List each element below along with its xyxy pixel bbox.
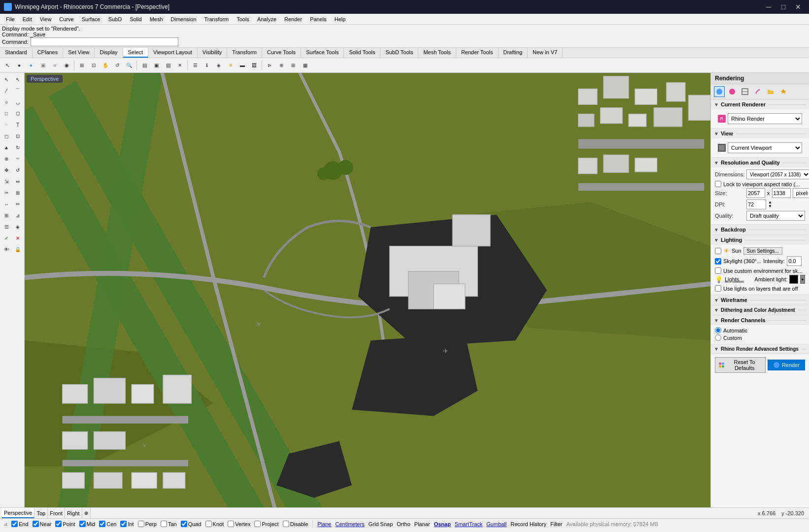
tool-select-mesh[interactable]: ▦ <box>300 60 310 71</box>
tool-layer[interactable]: ☰ <box>190 60 201 71</box>
tool-rotate[interactable]: ↺ <box>112 60 123 71</box>
lt-text[interactable]: T <box>12 119 23 130</box>
viewport-tab-right[interactable]: Right <box>65 508 82 518</box>
menu-mesh[interactable]: Mesh <box>146 15 167 23</box>
lt-polygon[interactable]: ⬡ <box>12 108 23 119</box>
menu-curve[interactable]: Curve <box>55 15 77 23</box>
ambient-color-swatch[interactable] <box>789 275 798 284</box>
maximize-button[interactable]: □ <box>776 0 790 14</box>
lt-fillet[interactable]: ⌔ <box>12 153 23 164</box>
tool-cursor[interactable]: ↖ <box>2 60 13 71</box>
section-header-render-channels[interactable]: ▼ Render Channels <box>711 315 809 325</box>
lt-layer2[interactable]: ☰ <box>1 221 12 232</box>
tab-render-tools[interactable]: Render Tools <box>456 48 499 58</box>
menu-solid[interactable]: Solid <box>126 15 145 23</box>
status-gumball[interactable]: Gumball <box>485 521 508 527</box>
lt-circle[interactable]: ○ <box>1 97 12 107</box>
viewport-tab-front[interactable]: Front <box>48 508 65 518</box>
tool-ambient-occ[interactable]: ◉ <box>61 60 72 71</box>
status-planar[interactable]: Planar <box>413 521 432 527</box>
add-viewport-button[interactable]: ⊕ <box>82 508 91 518</box>
view-select[interactable]: Current Viewport <box>728 142 802 153</box>
lt-line[interactable]: ∕ <box>1 85 12 96</box>
menu-surface[interactable]: Surface <box>78 15 104 23</box>
menu-analyze[interactable]: Analyze <box>253 15 280 23</box>
menu-edit[interactable]: Edit <box>19 15 36 23</box>
tool-ground-plane[interactable]: ▬ <box>237 60 248 71</box>
ambient-dropdown[interactable]: ▼ <box>800 275 805 284</box>
tool-select-crossing[interactable]: ▧ <box>163 60 173 71</box>
snap-disable[interactable]: Disable <box>281 521 310 527</box>
lt-extrude[interactable]: ▲ <box>1 142 12 153</box>
dpi-input[interactable] <box>746 200 766 209</box>
viewport-perspective-btn[interactable]: Perspective <box>27 75 63 83</box>
lt-surface[interactable]: ◻ <box>1 131 12 141</box>
render-button[interactable]: Render <box>768 360 805 370</box>
tab-set-view[interactable]: Set View <box>63 48 95 58</box>
tab-visibility[interactable]: Visibility <box>198 48 228 58</box>
command-input[interactable] <box>31 37 178 46</box>
menu-tools[interactable]: Tools <box>233 15 253 23</box>
tool-select-all[interactable]: ▤ <box>139 60 150 71</box>
size-unit-select[interactable]: pixels <box>793 188 809 198</box>
tool-select-window[interactable]: ▣ <box>151 60 162 71</box>
status-ortho[interactable]: Ortho <box>395 521 412 527</box>
snap-point[interactable]: Point <box>54 521 76 527</box>
lt-material2[interactable]: ◈ <box>12 221 23 232</box>
lt-rect[interactable]: □ <box>1 108 12 119</box>
lt-check[interactable]: ✓ <box>1 233 12 243</box>
menu-view[interactable]: View <box>36 15 56 23</box>
tool-wireframe[interactable]: ○ <box>49 60 60 71</box>
panel-icon-texture[interactable] <box>740 86 750 97</box>
panel-icon-folder[interactable] <box>765 86 776 97</box>
snap-project[interactable]: Project <box>253 521 280 527</box>
tool-background[interactable]: 🖼 <box>249 60 260 71</box>
lt-scale[interactable]: ⇲ <box>1 176 12 187</box>
menu-transform[interactable]: Transform <box>201 15 233 23</box>
status-record-history[interactable]: Record History <box>509 521 548 527</box>
auto-radio[interactable] <box>715 327 721 333</box>
tool-render-sphere[interactable]: ● <box>26 60 36 71</box>
lt-select2[interactable]: ↖ <box>12 74 23 85</box>
tab-select[interactable]: Select <box>123 48 149 58</box>
tool-pan[interactable]: ✋ <box>100 60 111 71</box>
viewport-area[interactable]: Perspective <box>25 73 710 507</box>
viewport-tab-perspective[interactable]: Perspective <box>2 508 34 518</box>
lt-x[interactable]: ✕ <box>12 233 23 243</box>
snap-cen[interactable]: Cen <box>98 521 118 527</box>
tool-shaded[interactable]: ▣ <box>37 60 48 71</box>
lt-dim[interactable]: ↔ <box>1 199 12 209</box>
status-osnap[interactable]: Osnap <box>433 521 452 527</box>
status-smarttrack[interactable]: SmartTrack <box>453 521 484 527</box>
lt-trim[interactable]: ✂ <box>1 187 12 198</box>
section-header-wireframe[interactable]: ▼ Wireframe <box>711 295 809 305</box>
section-header-advanced[interactable]: ▼ Rhino Render Advanced Settings <box>711 344 809 354</box>
lt-curve[interactable]: ⌒ <box>12 85 23 96</box>
lt-eye[interactable]: 👁 <box>1 244 12 255</box>
section-header-backdrop[interactable]: ▼ Backdrop <box>711 225 809 234</box>
snap-knot[interactable]: Knot <box>204 521 226 527</box>
panel-icon-brush[interactable] <box>752 86 763 97</box>
tab-display[interactable]: Display <box>95 48 123 58</box>
snap-near[interactable]: Near <box>31 521 53 527</box>
tool-sun[interactable]: ☀ <box>225 60 236 71</box>
sun-settings-button[interactable]: Sun Settings... <box>743 247 782 255</box>
lt-nurbs[interactable]: ⊡ <box>12 131 23 141</box>
custom-radio[interactable] <box>715 334 721 341</box>
tab-new-in-v7[interactable]: New in V7 <box>528 48 563 58</box>
viewport-tab-top[interactable]: Top <box>34 508 48 518</box>
tool-deselect[interactable]: ✕ <box>174 60 185 71</box>
lights-off-checkbox[interactable] <box>715 285 721 292</box>
size-width-input[interactable] <box>746 188 765 198</box>
snap-end[interactable]: End <box>10 521 30 527</box>
tool-zoom-extents[interactable]: ⊞ <box>76 60 87 71</box>
section-header-view[interactable]: ▼ View <box>711 129 809 138</box>
tool-cage-edit[interactable]: ⊞ <box>288 60 299 71</box>
tab-drafting[interactable]: Drafting <box>499 48 528 58</box>
section-header-renderer[interactable]: ▼ Current Renderer <box>711 100 809 109</box>
tool-gumball[interactable]: ⊕ <box>276 60 287 71</box>
dimensions-select[interactable]: Viewport (2057 x 1338) <box>746 169 809 179</box>
panel-icon-star[interactable] <box>778 86 789 97</box>
tab-cplanes[interactable]: CPlanes <box>33 48 64 58</box>
snap-quad[interactable]: Quad <box>179 521 203 527</box>
